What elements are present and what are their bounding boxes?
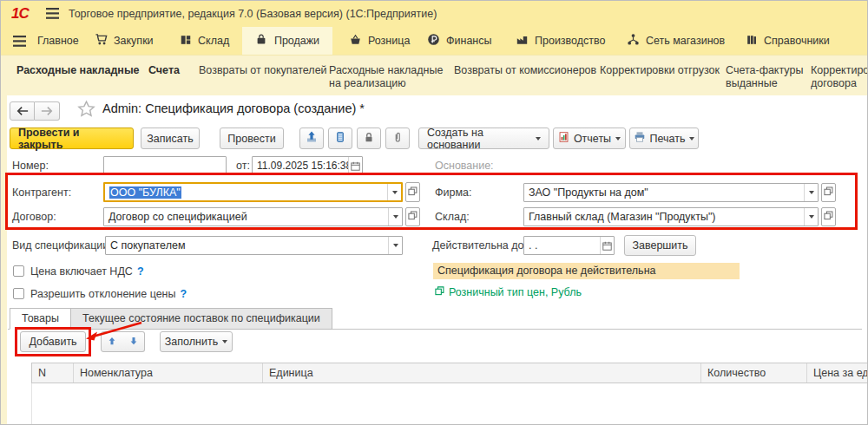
register-list-icon xyxy=(334,130,346,147)
menu-item-warehouse[interactable]: Склад xyxy=(180,27,229,55)
reports-button[interactable]: Отчеты xyxy=(553,128,626,149)
menu-item-catalogs[interactable]: Справочники xyxy=(746,27,830,55)
column-header-quantity[interactable]: Количество xyxy=(701,363,807,382)
move-row-down-button[interactable] xyxy=(122,331,145,352)
tab-goods[interactable]: Товары xyxy=(10,308,71,330)
selected-text: ООО "БУЛКА" xyxy=(109,186,181,199)
lock-button[interactable] xyxy=(357,128,381,149)
price-deviation-checkbox[interactable] xyxy=(13,288,24,299)
warehouse-input[interactable]: Главный склад (Магазин "Продукты") xyxy=(523,207,819,226)
arrow-down-icon xyxy=(128,336,139,349)
print-button[interactable]: Печать xyxy=(629,128,699,149)
register-records-button[interactable] xyxy=(328,128,352,149)
dropdown-arrow-icon[interactable] xyxy=(804,184,818,201)
column-header-n[interactable]: N xyxy=(32,363,74,382)
factory-icon xyxy=(516,34,529,49)
menu-item-main[interactable]: Главное xyxy=(37,27,79,55)
submenu-item-customer-returns[interactable]: Возвраты от покупателей xyxy=(199,64,327,77)
bag-icon xyxy=(255,33,267,49)
dropdown-arrow-icon[interactable] xyxy=(387,184,401,200)
firm-choose-button[interactable] xyxy=(821,183,836,202)
arrow-up-icon xyxy=(107,336,117,349)
price-deviation-label: Разрешить отклонение цены? xyxy=(30,288,187,300)
warehouse-choose-button[interactable] xyxy=(821,207,836,226)
spec-kind-input[interactable]: С покупателем xyxy=(105,236,403,255)
column-header-nomenclature[interactable]: Номенклатура xyxy=(74,363,263,382)
post-document-icon xyxy=(305,130,319,147)
calendar-icon[interactable] xyxy=(348,157,362,174)
basket-icon xyxy=(349,34,362,49)
menu-item-store-network[interactable]: Сеть магазинов xyxy=(627,27,725,55)
price-type-link[interactable]: Розничный тип цен, Рубль xyxy=(435,286,582,298)
dropdown-arrow-icon[interactable] xyxy=(804,208,818,226)
main-menu-icon[interactable] xyxy=(46,8,59,22)
submenu-item-invoices[interactable]: Счета xyxy=(148,64,180,77)
attachments-button[interactable] xyxy=(385,128,410,149)
contractor-choose-button[interactable] xyxy=(405,182,420,202)
items-table-header: N Номенклатура Единица Количество Цена з… xyxy=(31,363,868,383)
back-button[interactable] xyxy=(10,101,35,121)
menu-item-retail[interactable]: Розница xyxy=(349,27,410,55)
post-and-close-button[interactable]: Провести и закрыть xyxy=(10,128,134,149)
post-button[interactable]: Провести xyxy=(220,128,284,149)
column-header-unit-price[interactable]: Цена за единицу xyxy=(807,363,868,382)
submenu-item-expense-invoices-realization[interactable]: Расходные накладные на реализацию xyxy=(329,64,456,90)
contract-label: Договор: xyxy=(12,211,56,223)
dropdown-arrow-icon[interactable] xyxy=(388,237,402,254)
dropdown-arrow-icon[interactable] xyxy=(388,208,402,226)
firm-input[interactable]: ЗАО "Продукты на дом" xyxy=(523,183,819,202)
page-title: Admin: Спецификация договора (создание) … xyxy=(102,101,365,115)
move-row-up-button[interactable] xyxy=(101,331,123,352)
number-label: Номер: xyxy=(12,160,49,172)
form-left-margin xyxy=(1,95,7,425)
menu-item-purchases[interactable]: Закупки xyxy=(95,27,154,55)
forward-button[interactable] xyxy=(35,101,60,121)
date-input[interactable]: 11.09.2025 15:16:38 xyxy=(252,156,363,175)
printer-icon xyxy=(634,131,646,146)
title-bar: 1С Торговое предприятие, редакция 7.0 (Б… xyxy=(1,1,867,27)
sections-panel-toggle-icon[interactable] xyxy=(13,36,26,49)
cart-icon xyxy=(95,33,108,49)
choose-list-icon xyxy=(824,186,833,199)
chevron-down-icon xyxy=(222,340,227,343)
choose-list-icon xyxy=(435,286,444,298)
choose-list-icon xyxy=(824,211,833,223)
contractor-input[interactable]: ООО "БУЛКА" xyxy=(103,182,403,202)
calendar-icon[interactable] xyxy=(600,237,614,254)
submenu-item-expense-invoices[interactable]: Расходные накладные xyxy=(16,64,140,77)
help-icon[interactable]: ? xyxy=(181,288,187,300)
app-window: 1С Торговое предприятие, редакция 7.0 (Б… xyxy=(0,0,868,425)
submenu-item-issued-invoices[interactable]: Счета-фактуры выданные xyxy=(726,64,809,90)
number-input[interactable] xyxy=(103,156,227,175)
submenu-item-contract-corrections[interactable]: Корректировки договора xyxy=(811,64,868,90)
lock-icon xyxy=(363,131,375,147)
choose-list-icon xyxy=(408,186,418,199)
contract-input[interactable]: Договор со спецификацией xyxy=(103,207,403,226)
items-table-body[interactable] xyxy=(31,383,868,425)
submenu-item-commissioner-returns[interactable]: Возвраты от комиссионеров xyxy=(454,64,596,77)
add-row-button[interactable]: Добавить xyxy=(20,331,86,352)
post-document-button[interactable] xyxy=(299,128,324,149)
ruble-icon xyxy=(427,33,440,49)
finish-button[interactable]: Завершить xyxy=(624,235,696,256)
basis-label: Основание: xyxy=(435,160,494,172)
favorite-star-icon[interactable] xyxy=(77,100,95,121)
valid-until-input[interactable]: . . xyxy=(523,236,615,255)
menu-item-production[interactable]: Производство xyxy=(516,27,606,55)
menu-item-finance[interactable]: Финансы xyxy=(427,27,491,55)
contract-choose-button[interactable] xyxy=(405,207,420,226)
help-icon[interactable]: ? xyxy=(137,265,144,278)
network-icon xyxy=(627,33,640,49)
spec-not-valid-message: Спецификация договора не действительна xyxy=(433,263,740,279)
sections-menu: Главное Закупки Склад Продажи Розница Фи… xyxy=(1,27,867,55)
vat-included-checkbox[interactable] xyxy=(13,265,24,277)
write-button[interactable]: Записать xyxy=(141,128,200,149)
fill-button[interactable]: Заполнить xyxy=(160,331,233,352)
menu-item-sales[interactable]: Продажи xyxy=(242,27,332,55)
submenu-item-shipment-corrections[interactable]: Корректировки отгрузок xyxy=(600,64,720,77)
spec-kind-label: Вид спецификации: xyxy=(12,239,112,252)
tab-supply-state[interactable]: Текущее состояние поставок по спецификац… xyxy=(70,308,332,330)
column-header-unit[interactable]: Единица xyxy=(263,363,701,382)
create-based-on-button[interactable]: Создать на основании xyxy=(418,128,549,149)
valid-until-label: Действительна до: xyxy=(432,239,527,252)
